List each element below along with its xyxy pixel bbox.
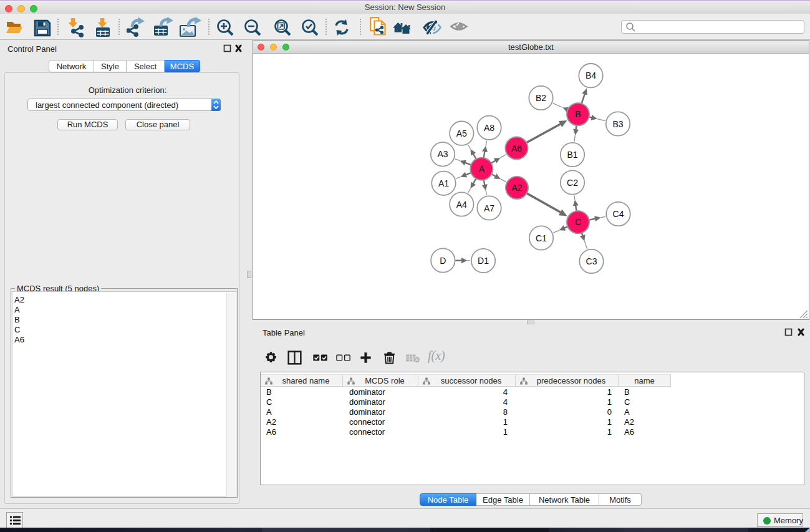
svg-text:B: B — [575, 109, 581, 119]
svg-text:A6: A6 — [511, 143, 522, 153]
svg-text:B4: B4 — [586, 70, 596, 80]
svg-text:C1: C1 — [536, 233, 547, 243]
svg-text:B1: B1 — [567, 150, 577, 160]
svg-text:A2: A2 — [511, 183, 522, 193]
svg-text:D1: D1 — [478, 256, 489, 266]
svg-text:C: C — [575, 217, 581, 227]
svg-text:A1: A1 — [438, 178, 449, 188]
svg-text:C2: C2 — [567, 178, 578, 188]
svg-text:A5: A5 — [456, 128, 467, 138]
svg-text:A7: A7 — [484, 203, 494, 213]
svg-text:A3: A3 — [437, 149, 448, 159]
svg-text:A4: A4 — [456, 200, 467, 210]
svg-text:B3: B3 — [612, 119, 623, 129]
svg-text:D: D — [440, 256, 446, 266]
svg-text:f(x): f(x) — [428, 349, 445, 363]
svg-text:A: A — [479, 164, 485, 174]
svg-text:C4: C4 — [613, 209, 624, 219]
svg-text:A8: A8 — [484, 123, 494, 133]
svg-text:B2: B2 — [536, 93, 546, 103]
svg-text:C3: C3 — [586, 256, 597, 266]
